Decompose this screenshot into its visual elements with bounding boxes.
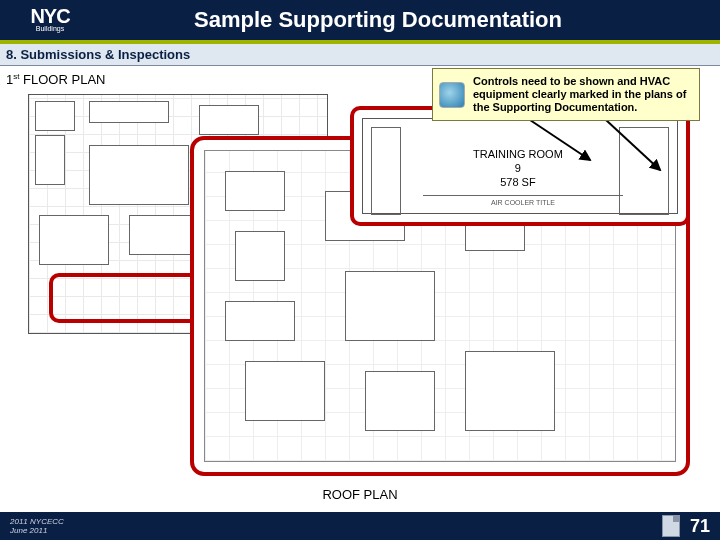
footer-citation: 2011 NYCECC June 2011 bbox=[10, 517, 64, 535]
logo-main-text: NYC bbox=[30, 7, 69, 25]
footer-line1: 2011 NYCECC bbox=[10, 517, 64, 526]
air-cooler-label: AIR COOLER TITLE bbox=[423, 195, 623, 209]
document-icon bbox=[662, 515, 680, 537]
nyc-buildings-logo: NYC Buildings bbox=[4, 2, 96, 38]
callout-box: Controls need to be shown and HVAC equip… bbox=[432, 68, 700, 121]
page-number: 71 bbox=[690, 516, 710, 537]
callout-arrow-1 bbox=[520, 116, 600, 166]
footer-line2: June 2011 bbox=[10, 526, 64, 535]
svg-line-0 bbox=[530, 120, 590, 160]
first-floor-plan-label: 1st FLOOR PLAN bbox=[6, 72, 105, 87]
floor-plan-text: FLOOR PLAN bbox=[19, 72, 105, 87]
callout-arrow-2 bbox=[600, 116, 670, 176]
logo-sub-text: Buildings bbox=[36, 25, 64, 33]
slide-header: NYC Buildings Sample Supporting Document… bbox=[0, 0, 720, 44]
slide-title: Sample Supporting Documentation bbox=[96, 7, 720, 33]
callout-text: Controls need to be shown and HVAC equip… bbox=[473, 75, 691, 114]
section-heading: 8. Submissions & Inspections bbox=[0, 44, 720, 66]
slide-footer: 2011 NYCECC June 2011 71 bbox=[0, 512, 720, 540]
svg-line-1 bbox=[606, 120, 660, 170]
slide-body: 1st FLOOR PLAN Controls need to be shown… bbox=[0, 66, 720, 508]
info-icon bbox=[439, 82, 465, 108]
roof-plan-label: ROOF PLAN bbox=[322, 487, 397, 502]
room-area: 578 SF bbox=[473, 175, 563, 189]
